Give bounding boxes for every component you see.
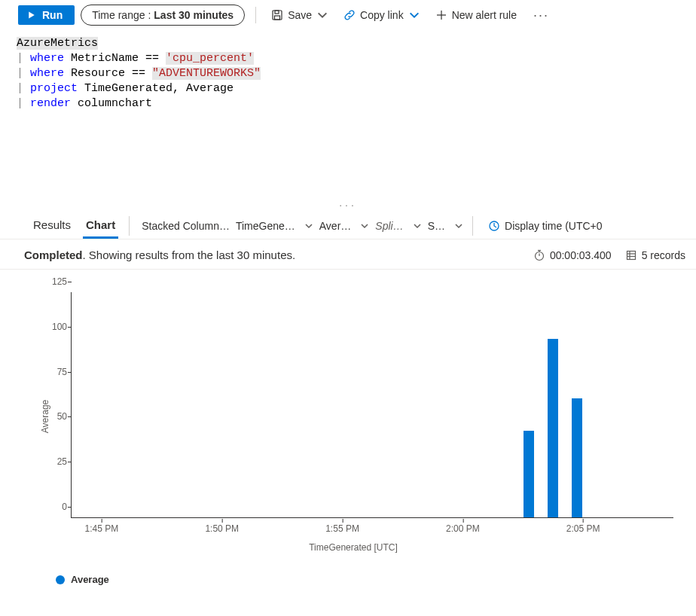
chevron-down-icon — [360, 221, 369, 230]
copy-link-button[interactable]: Copy link — [339, 6, 425, 24]
chevron-down-icon — [454, 221, 463, 230]
y-tick: 125 — [43, 276, 67, 287]
separator — [472, 216, 473, 236]
toolbar: Run Time range : Last 30 minutes Save Co… — [0, 0, 696, 33]
x-tick: 1:45 PM — [85, 523, 119, 534]
x-axis-label: TimeGenerated [UTC] — [26, 542, 681, 553]
query-duration: 00:00:03.400 — [533, 249, 612, 261]
save-icon — [271, 9, 283, 21]
chart-type-dropdown[interactable]: Stacked Column… — [139, 215, 233, 236]
legend-label: Average — [71, 574, 109, 585]
tab-results[interactable]: Results — [26, 212, 78, 239]
svg-rect-11 — [627, 251, 635, 259]
x-tick: 1:55 PM — [325, 523, 359, 534]
separator — [255, 7, 256, 23]
x-tick: 2:05 PM — [566, 523, 600, 534]
x-tick: 2:00 PM — [446, 523, 480, 534]
results-tabs: Results Chart Stacked Column… TimeGene… … — [0, 209, 696, 239]
y-tick: 75 — [43, 367, 67, 377]
y-tick: 100 — [43, 322, 67, 332]
token-table: AzureMetrics — [17, 37, 98, 50]
chart-plot: 02550751001251:45 PM1:50 PM1:55 PM2:00 P… — [71, 292, 673, 518]
copy-link-label: Copy link — [360, 9, 404, 21]
chevron-down-icon — [316, 9, 328, 21]
chart-bar[interactable] — [524, 431, 534, 517]
x-axis-dropdown[interactable]: TimeGene… — [233, 215, 316, 236]
plus-icon — [435, 9, 447, 21]
query-editor[interactable]: AzureMetrics | where MetricName == 'cpu_… — [0, 33, 696, 199]
run-button[interactable]: Run — [18, 5, 75, 25]
display-time-toggle[interactable]: Display time (UTC+0 — [482, 215, 603, 236]
svg-rect-3 — [275, 16, 280, 20]
chart-legend: Average — [26, 553, 681, 593]
new-alert-label: New alert rule — [452, 9, 517, 21]
y-tick: 0 — [43, 502, 67, 512]
y-axis-dropdown[interactable]: Aver… — [316, 215, 373, 236]
more-button[interactable]: ··· — [527, 8, 555, 23]
chart-area: Average 02550751001251:45 PM1:50 PM1:55 … — [0, 270, 696, 593]
records-icon — [625, 249, 637, 261]
svg-rect-2 — [275, 11, 279, 14]
aggregation-dropdown[interactable]: S… — [425, 215, 466, 236]
svg-marker-0 — [29, 12, 35, 19]
chevron-down-icon — [413, 221, 422, 230]
y-tick: 50 — [43, 411, 67, 422]
splitter-handle[interactable]: ··· — [0, 199, 696, 208]
status-completed: Completed — [24, 249, 83, 261]
status-text: . Showing results from the last 30 minut… — [83, 249, 296, 261]
time-range-picker[interactable]: Time range : Last 30 minutes — [81, 5, 245, 26]
clock-icon — [488, 220, 500, 232]
chevron-down-icon — [304, 221, 313, 230]
svg-rect-1 — [273, 11, 282, 20]
new-alert-button[interactable]: New alert rule — [431, 6, 521, 24]
run-label: Run — [42, 9, 63, 21]
record-count: 5 records — [625, 249, 685, 261]
separator — [129, 216, 130, 236]
split-by-dropdown[interactable]: Spli… — [372, 215, 424, 236]
chart-bar[interactable] — [548, 339, 558, 517]
y-tick: 25 — [43, 456, 67, 467]
save-label: Save — [288, 9, 312, 21]
time-range-label: Time range : — [92, 9, 151, 21]
save-button[interactable]: Save — [267, 6, 333, 24]
play-icon — [27, 11, 36, 20]
chart-bar[interactable] — [572, 398, 582, 517]
link-icon — [343, 9, 356, 21]
time-range-value: Last 30 minutes — [154, 9, 234, 21]
chevron-down-icon — [408, 9, 420, 21]
x-tick: 1:50 PM — [205, 523, 239, 534]
tab-chart[interactable]: Chart — [78, 212, 123, 239]
stopwatch-icon — [533, 249, 545, 261]
status-bar: Completed. Showing results from the last… — [0, 239, 696, 270]
legend-swatch — [56, 575, 65, 584]
